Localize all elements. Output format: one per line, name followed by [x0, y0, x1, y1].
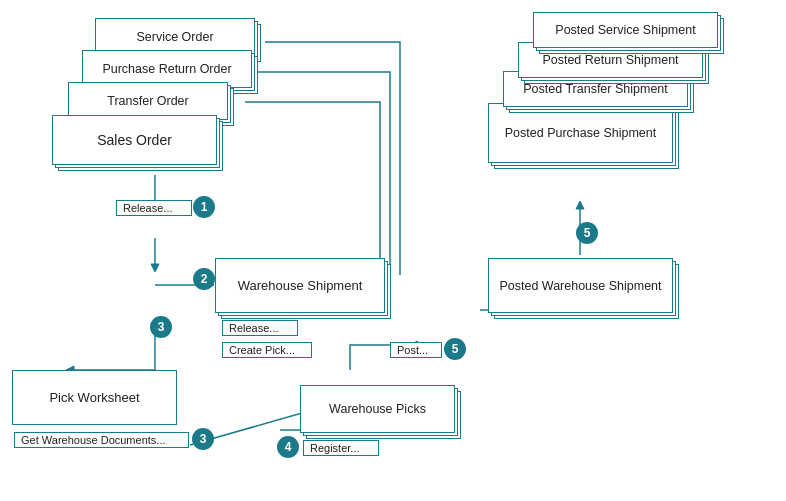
- transfer-order-label: Transfer Order: [107, 94, 189, 108]
- svg-marker-3: [151, 264, 159, 272]
- release-button-1[interactable]: Release...: [116, 200, 192, 216]
- register-button[interactable]: Register...: [303, 440, 379, 456]
- step-4-circle: 4: [277, 436, 299, 458]
- warehouse-shipment-label: Warehouse Shipment: [238, 278, 363, 293]
- step-3a-circle: 3: [150, 316, 172, 338]
- service-order-label: Service Order: [136, 30, 213, 44]
- pick-worksheet-label: Pick Worksheet: [49, 390, 139, 405]
- step-2-circle: 2: [193, 268, 215, 290]
- release-button-3[interactable]: Release...: [222, 320, 298, 336]
- posted-purchase-shipment-label: Posted Purchase Shipment: [505, 126, 656, 140]
- sales-order-box: Sales Order: [52, 115, 217, 165]
- create-pick-button[interactable]: Create Pick...: [222, 342, 312, 358]
- svg-marker-16: [576, 201, 584, 209]
- step-1-circle: 1: [193, 196, 215, 218]
- warehouse-picks-box: Warehouse Picks: [300, 385, 455, 433]
- diagram: Service Order Purchase Return Order Tran…: [0, 0, 786, 501]
- step-5a-circle: 5: [444, 338, 466, 360]
- posted-service-shipment-label: Posted Service Shipment: [555, 23, 695, 37]
- post-button[interactable]: Post...: [390, 342, 442, 358]
- warehouse-shipment-box: Warehouse Shipment: [215, 258, 385, 313]
- step-5b-circle: 5: [576, 222, 598, 244]
- posted-warehouse-shipment-box: Posted Warehouse Shipment: [488, 258, 673, 313]
- posted-return-shipment-label: Posted Return Shipment: [542, 53, 678, 67]
- sales-order-label: Sales Order: [97, 132, 172, 148]
- step-3b-circle: 3: [192, 428, 214, 450]
- get-warehouse-docs-button[interactable]: Get Warehouse Documents...: [14, 432, 189, 448]
- warehouse-picks-label: Warehouse Picks: [329, 402, 426, 416]
- purchase-return-order-label: Purchase Return Order: [102, 62, 231, 76]
- posted-warehouse-shipment-label: Posted Warehouse Shipment: [499, 279, 661, 293]
- posted-service-shipment-box: Posted Service Shipment: [533, 12, 718, 48]
- pick-worksheet-box: Pick Worksheet: [12, 370, 177, 425]
- posted-transfer-shipment-label: Posted Transfer Shipment: [523, 82, 668, 96]
